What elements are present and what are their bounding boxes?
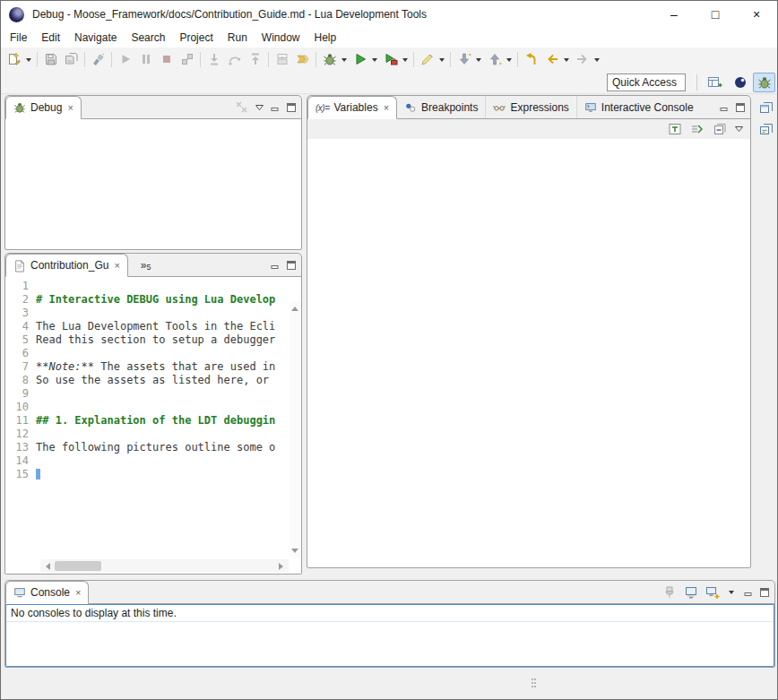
menu-search[interactable]: Search — [124, 29, 172, 47]
mark-occurrences-dropdown[interactable] — [437, 48, 446, 70]
debug-button[interactable] — [319, 48, 340, 70]
run-button[interactable] — [350, 48, 370, 70]
tab-expressions[interactable]: Expressions — [485, 96, 575, 118]
open-console-button[interactable] — [705, 585, 720, 600]
maximize-window-button[interactable]: □ — [695, 1, 736, 28]
maximize-view-button[interactable] — [287, 103, 296, 112]
close-tab-icon[interactable]: × — [67, 102, 73, 113]
editor-horizontal-scrollbar[interactable] — [40, 559, 289, 573]
menu-run[interactable]: Run — [220, 29, 255, 47]
next-annotation-dropdown[interactable] — [474, 48, 483, 70]
menu-file[interactable]: File — [3, 29, 34, 47]
scroll-right-icon[interactable] — [279, 563, 287, 570]
debug-perspective-button[interactable] — [753, 73, 775, 92]
maximize-view-button[interactable] — [760, 588, 769, 597]
show-logical-structures-icon — [690, 122, 705, 136]
external-tools-button[interactable] — [380, 48, 401, 70]
forward-button[interactable] — [572, 48, 592, 70]
drop-to-frame-button[interactable] — [272, 48, 292, 70]
previous-annotation-button[interactable] — [484, 48, 505, 70]
resume-button[interactable] — [115, 48, 135, 70]
previous-annotation-dropdown[interactable] — [505, 48, 514, 70]
restore-view-icon — [759, 100, 774, 115]
minimize-view-button[interactable] — [720, 103, 729, 112]
mark-occurrences-button[interactable] — [417, 48, 437, 70]
last-edit-location-icon — [524, 52, 539, 66]
restore-minimized-view-button[interactable] — [756, 98, 776, 117]
open-perspective-button[interactable] — [704, 73, 726, 92]
close-tab-icon[interactable]: × — [384, 102, 389, 113]
editor-line: 13The following pictures outline some o — [5, 441, 290, 454]
tab-breakpoints[interactable]: Breakpoints — [397, 96, 485, 118]
scrollbar-thumb[interactable] — [55, 561, 101, 571]
search-button[interactable] — [88, 48, 108, 70]
hidden-editors-chevron[interactable]: »5 — [141, 254, 151, 276]
close-tab-icon[interactable]: × — [114, 260, 119, 271]
minimize-window-button[interactable]: – — [653, 1, 695, 28]
save-all-icon — [65, 52, 79, 66]
tab-debug[interactable]: Debug × — [5, 96, 82, 119]
back-dropdown[interactable] — [562, 48, 571, 70]
close-window-button[interactable]: × — [736, 1, 777, 28]
show-type-names-button[interactable] — [668, 122, 682, 136]
new-wizard-button[interactable] — [4, 48, 24, 70]
step-into-button[interactable] — [203, 48, 224, 70]
menu-window[interactable]: Window — [255, 29, 307, 47]
external-tools-dropdown[interactable] — [401, 48, 410, 70]
restore-minimized-view-button[interactable] — [756, 119, 776, 139]
scroll-left-icon[interactable] — [42, 563, 50, 570]
scroll-up-icon[interactable] — [291, 303, 298, 311]
minimize-view-button[interactable] — [271, 103, 280, 112]
tab-variables[interactable]: (x)= Variables × — [307, 96, 397, 119]
use-step-filters-button[interactable] — [292, 48, 313, 70]
terminate-button[interactable] — [156, 48, 177, 70]
app-icon[interactable] — [9, 7, 24, 22]
forward-dropdown[interactable] — [592, 48, 601, 70]
menu-navigate[interactable]: Navigate — [67, 29, 124, 47]
open-console-icon — [705, 585, 720, 600]
save-button[interactable] — [40, 48, 61, 70]
back-button[interactable] — [541, 48, 562, 70]
new-wizard-dropdown[interactable] — [24, 48, 33, 70]
minimize-view-button[interactable] — [271, 261, 280, 270]
editor-line: 15 — [5, 468, 290, 481]
tab-label: Interactive Console — [601, 101, 694, 114]
show-logical-structures-button[interactable] — [690, 122, 705, 136]
debug-dropdown[interactable] — [340, 48, 349, 70]
open-console-dropdown[interactable] — [727, 582, 736, 603]
tab-console[interactable]: Console × — [5, 581, 89, 604]
collapse-all-button[interactable] — [713, 122, 727, 136]
view-menu-button[interactable] — [735, 125, 743, 133]
last-edit-location-button[interactable] — [521, 48, 541, 70]
pin-console-button[interactable] — [662, 585, 677, 600]
remove-terminated-button[interactable] — [235, 100, 248, 114]
suspend-button[interactable] — [135, 48, 156, 70]
view-menu-button[interactable] — [255, 104, 264, 111]
lua-perspective-button[interactable] — [729, 73, 751, 92]
variables-content[interactable] — [307, 139, 750, 567]
save-all-button[interactable] — [61, 48, 82, 70]
editor-text-area[interactable]: 1 2# Interactive DEBUG using Lua Develop… — [5, 277, 301, 574]
console-content[interactable]: No consoles to display at this time. — [5, 604, 774, 667]
menu-project[interactable]: Project — [172, 29, 220, 47]
disconnect-button[interactable] — [177, 48, 197, 70]
menu-edit[interactable]: Edit — [34, 29, 67, 47]
tab-contribution-guide[interactable]: Contribution_Gu × — [5, 254, 128, 277]
step-return-button[interactable] — [245, 48, 265, 70]
display-selected-console-button[interactable] — [684, 585, 698, 600]
minimize-view-button[interactable] — [744, 588, 753, 597]
editor-vertical-scrollbar[interactable] — [290, 301, 300, 558]
quick-access-field[interactable]: Quick Access — [607, 73, 686, 91]
step-over-button[interactable] — [224, 48, 245, 70]
statusbar-drag-handle[interactable] — [532, 678, 537, 689]
tab-interactive-console[interactable]: Interactive Console — [576, 96, 701, 118]
next-annotation-button[interactable] — [454, 48, 474, 70]
minimize-icon — [720, 103, 729, 112]
maximize-view-button[interactable] — [287, 261, 296, 270]
menu-help[interactable]: Help — [307, 29, 344, 47]
maximize-view-button[interactable] — [736, 103, 745, 112]
debug-view-content[interactable] — [5, 119, 301, 249]
run-dropdown[interactable] — [370, 48, 379, 70]
close-tab-icon[interactable]: × — [75, 587, 81, 598]
scroll-down-icon[interactable] — [291, 549, 298, 557]
